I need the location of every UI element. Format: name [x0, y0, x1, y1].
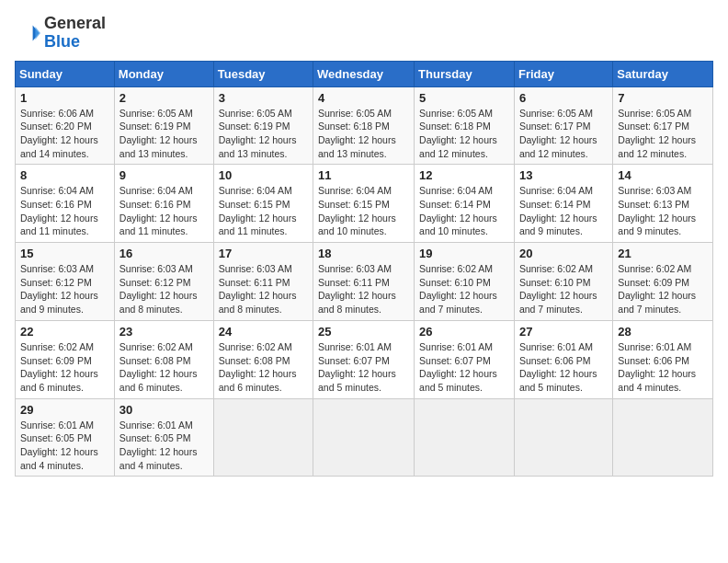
calendar-cell: 15 Sunrise: 6:03 AM Sunset: 6:12 PM Dayl…	[16, 243, 115, 321]
day-info: Sunrise: 6:04 AM Sunset: 6:16 PM Dayligh…	[20, 184, 109, 238]
calendar-row: 15 Sunrise: 6:03 AM Sunset: 6:12 PM Dayl…	[16, 243, 713, 321]
day-info: Sunrise: 6:04 AM Sunset: 6:14 PM Dayligh…	[519, 184, 608, 238]
calendar-cell: 19 Sunrise: 6:02 AM Sunset: 6:10 PM Dayl…	[415, 243, 515, 321]
day-number: 9	[119, 168, 209, 182]
day-info: Sunrise: 6:02 AM Sunset: 6:09 PM Dayligh…	[20, 340, 109, 395]
calendar-cell: 24 Sunrise: 6:02 AM Sunset: 6:08 PM Dayl…	[213, 320, 313, 398]
day-info: Sunrise: 6:01 AM Sunset: 6:05 PM Dayligh…	[20, 419, 109, 473]
calendar-cell: 29 Sunrise: 6:01 AM Sunset: 6:05 PM Dayl…	[16, 398, 115, 477]
calendar-cell	[415, 398, 515, 477]
calendar-cell: 13 Sunrise: 6:04 AM Sunset: 6:14 PM Dayl…	[514, 165, 612, 243]
day-number: 17	[219, 247, 308, 260]
calendar-cell: 27 Sunrise: 6:01 AM Sunset: 6:06 PM Dayl…	[514, 320, 612, 398]
day-number: 11	[318, 168, 409, 182]
logo-text-general: General	[44, 15, 106, 33]
day-header-friday: Friday	[514, 61, 612, 86]
day-number: 6	[519, 91, 608, 105]
day-header-monday: Monday	[114, 61, 213, 86]
day-info: Sunrise: 6:05 AM Sunset: 6:19 PM Dayligh…	[219, 107, 308, 161]
day-header-saturday: Saturday	[613, 61, 713, 86]
day-info: Sunrise: 6:01 AM Sunset: 6:05 PM Dayligh…	[119, 419, 209, 473]
day-number: 20	[519, 247, 608, 260]
calendar-cell: 25 Sunrise: 6:01 AM Sunset: 6:07 PM Dayl…	[313, 320, 415, 398]
calendar-row: 22 Sunrise: 6:02 AM Sunset: 6:09 PM Dayl…	[16, 320, 713, 398]
calendar-cell: 21 Sunrise: 6:02 AM Sunset: 6:09 PM Dayl…	[613, 243, 713, 321]
calendar-cell: 5 Sunrise: 6:05 AM Sunset: 6:18 PM Dayli…	[415, 86, 515, 165]
day-number: 25	[318, 325, 409, 339]
day-info: Sunrise: 6:01 AM Sunset: 6:07 PM Dayligh…	[318, 340, 409, 395]
day-info: Sunrise: 6:02 AM Sunset: 6:08 PM Dayligh…	[119, 340, 209, 395]
day-header-tuesday: Tuesday	[213, 61, 313, 86]
day-number: 3	[219, 91, 308, 105]
day-number: 29	[20, 403, 109, 417]
day-info: Sunrise: 6:01 AM Sunset: 6:07 PM Dayligh…	[419, 340, 509, 395]
calendar-cell	[213, 398, 313, 477]
calendar-cell	[613, 398, 713, 477]
page-header: General Blue	[15, 15, 713, 52]
calendar-cell: 26 Sunrise: 6:01 AM Sunset: 6:07 PM Dayl…	[415, 320, 515, 398]
day-number: 10	[219, 168, 308, 182]
calendar-cell	[313, 398, 415, 477]
day-info: Sunrise: 6:03 AM Sunset: 6:11 PM Dayligh…	[219, 262, 308, 316]
day-number: 4	[318, 91, 409, 105]
calendar-cell: 17 Sunrise: 6:03 AM Sunset: 6:11 PM Dayl…	[213, 243, 313, 321]
day-info: Sunrise: 6:04 AM Sunset: 6:14 PM Dayligh…	[419, 184, 509, 238]
day-info: Sunrise: 6:04 AM Sunset: 6:16 PM Dayligh…	[119, 184, 209, 238]
svg-marker-1	[35, 27, 40, 40]
calendar-cell: 6 Sunrise: 6:05 AM Sunset: 6:17 PM Dayli…	[514, 86, 612, 165]
day-number: 22	[20, 325, 109, 339]
calendar-cell	[514, 398, 612, 477]
calendar-header: SundayMondayTuesdayWednesdayThursdayFrid…	[16, 61, 713, 86]
day-number: 16	[119, 247, 209, 260]
day-number: 1	[20, 91, 109, 105]
day-number: 13	[519, 168, 608, 182]
day-number: 15	[20, 247, 109, 260]
logo-icon	[15, 20, 40, 46]
calendar-cell: 16 Sunrise: 6:03 AM Sunset: 6:12 PM Dayl…	[114, 243, 213, 321]
day-info: Sunrise: 6:03 AM Sunset: 6:11 PM Dayligh…	[318, 262, 409, 316]
calendar-cell: 9 Sunrise: 6:04 AM Sunset: 6:16 PM Dayli…	[114, 165, 213, 243]
day-info: Sunrise: 6:02 AM Sunset: 6:10 PM Dayligh…	[519, 262, 608, 316]
day-number: 7	[618, 91, 708, 105]
calendar-row: 1 Sunrise: 6:06 AM Sunset: 6:20 PM Dayli…	[16, 86, 713, 165]
calendar-cell: 18 Sunrise: 6:03 AM Sunset: 6:11 PM Dayl…	[313, 243, 415, 321]
day-info: Sunrise: 6:05 AM Sunset: 6:18 PM Dayligh…	[318, 107, 409, 161]
calendar-cell: 2 Sunrise: 6:05 AM Sunset: 6:19 PM Dayli…	[114, 86, 213, 165]
day-info: Sunrise: 6:03 AM Sunset: 6:12 PM Dayligh…	[20, 262, 109, 316]
day-number: 2	[119, 91, 209, 105]
calendar-row: 8 Sunrise: 6:04 AM Sunset: 6:16 PM Dayli…	[16, 165, 713, 243]
day-info: Sunrise: 6:06 AM Sunset: 6:20 PM Dayligh…	[20, 107, 109, 161]
day-info: Sunrise: 6:04 AM Sunset: 6:15 PM Dayligh…	[318, 184, 409, 238]
calendar-cell: 3 Sunrise: 6:05 AM Sunset: 6:19 PM Dayli…	[213, 86, 313, 165]
calendar-cell: 12 Sunrise: 6:04 AM Sunset: 6:14 PM Dayl…	[415, 165, 515, 243]
day-info: Sunrise: 6:02 AM Sunset: 6:10 PM Dayligh…	[419, 262, 509, 316]
day-number: 21	[618, 247, 708, 260]
day-header-sunday: Sunday	[16, 61, 115, 86]
day-info: Sunrise: 6:01 AM Sunset: 6:06 PM Dayligh…	[618, 340, 708, 395]
logo-text-blue: Blue	[44, 33, 106, 52]
day-info: Sunrise: 6:05 AM Sunset: 6:18 PM Dayligh…	[419, 107, 509, 161]
calendar-cell: 20 Sunrise: 6:02 AM Sunset: 6:10 PM Dayl…	[514, 243, 612, 321]
day-number: 5	[419, 91, 509, 105]
day-number: 26	[419, 325, 509, 339]
day-info: Sunrise: 6:02 AM Sunset: 6:09 PM Dayligh…	[618, 262, 708, 316]
day-number: 30	[119, 403, 209, 417]
day-header-wednesday: Wednesday	[313, 61, 415, 86]
day-header-thursday: Thursday	[415, 61, 515, 86]
calendar-cell: 30 Sunrise: 6:01 AM Sunset: 6:05 PM Dayl…	[114, 398, 213, 477]
day-number: 24	[219, 325, 308, 339]
calendar-cell: 14 Sunrise: 6:03 AM Sunset: 6:13 PM Dayl…	[613, 165, 713, 243]
day-number: 27	[519, 325, 608, 339]
logo: General Blue	[15, 15, 106, 52]
calendar-cell: 11 Sunrise: 6:04 AM Sunset: 6:15 PM Dayl…	[313, 165, 415, 243]
day-number: 18	[318, 247, 409, 260]
day-number: 8	[20, 168, 109, 182]
day-info: Sunrise: 6:05 AM Sunset: 6:17 PM Dayligh…	[519, 107, 608, 161]
calendar-row: 29 Sunrise: 6:01 AM Sunset: 6:05 PM Dayl…	[16, 398, 713, 477]
calendar-cell: 23 Sunrise: 6:02 AM Sunset: 6:08 PM Dayl…	[114, 320, 213, 398]
day-info: Sunrise: 6:02 AM Sunset: 6:08 PM Dayligh…	[219, 340, 308, 395]
calendar-cell: 7 Sunrise: 6:05 AM Sunset: 6:17 PM Dayli…	[613, 86, 713, 165]
calendar-cell: 22 Sunrise: 6:02 AM Sunset: 6:09 PM Dayl…	[16, 320, 115, 398]
day-number: 14	[618, 168, 708, 182]
day-info: Sunrise: 6:03 AM Sunset: 6:12 PM Dayligh…	[119, 262, 209, 316]
